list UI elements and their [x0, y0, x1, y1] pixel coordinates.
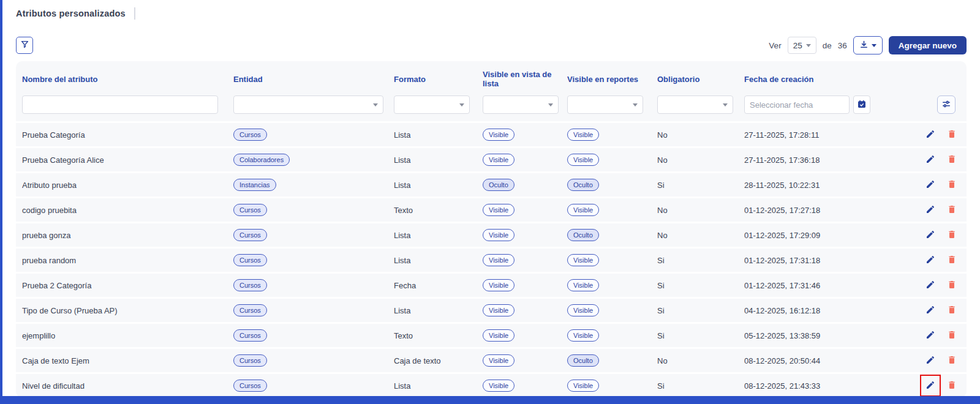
- attribute-name: Tipo de Curso (Prueba AP): [22, 306, 233, 315]
- trash-icon: [947, 355, 957, 367]
- created-date: 01-12-2025, 17:31:46: [744, 281, 914, 290]
- column-header-format[interactable]: Formato: [394, 75, 483, 84]
- edit-button[interactable]: [922, 352, 939, 369]
- created-date: 08-12-2025, 20:50:44: [744, 356, 914, 365]
- table-row: Prueba Categoría Alice Colaboradores Lis…: [16, 146, 967, 171]
- entity-badge: Cursos: [233, 254, 267, 267]
- edit-highlight-box: [920, 124, 941, 146]
- format-value: Lista: [394, 181, 483, 190]
- edit-highlight-box: [920, 299, 941, 321]
- delete-button[interactable]: [943, 176, 960, 193]
- toolbar: Ver 25 de 36 Agregar nuevo: [2, 32, 980, 59]
- date-filter-input[interactable]: [744, 95, 850, 114]
- visible-list-filter-select[interactable]: [483, 95, 559, 114]
- entity-filter-select[interactable]: [233, 95, 383, 114]
- pencil-icon: [925, 255, 935, 266]
- required-value: Si: [657, 281, 744, 290]
- trash-icon: [947, 154, 957, 166]
- pencil-icon: [925, 305, 935, 316]
- download-icon: [859, 40, 869, 51]
- page-title: Atributos personalizados: [16, 9, 126, 18]
- delete-button[interactable]: [943, 201, 960, 219]
- edit-button[interactable]: [922, 226, 939, 244]
- visible-reports-filter-select[interactable]: [567, 95, 643, 114]
- edit-button[interactable]: [922, 176, 939, 193]
- delete-button[interactable]: [943, 327, 960, 344]
- trash-icon: [947, 179, 957, 191]
- edit-button[interactable]: [922, 151, 939, 168]
- delete-button[interactable]: [943, 126, 960, 143]
- visible-list-badge: Visible: [483, 354, 514, 367]
- required-value: Si: [657, 181, 744, 190]
- table-row: ejemplillo Cursos Texto Visible Visible …: [16, 322, 967, 347]
- trash-icon: [947, 255, 957, 266]
- edit-button[interactable]: [922, 201, 939, 219]
- chevron-down-icon: [872, 44, 876, 47]
- filter-button[interactable]: [16, 37, 33, 54]
- created-date: 28-11-2025, 10:22:31: [744, 181, 914, 190]
- format-value: Lista: [394, 130, 483, 140]
- table-row: Nivel de dificultad Cursos Lista Visible…: [16, 372, 967, 397]
- created-date: 27-11-2025, 17:36:18: [744, 155, 914, 165]
- export-button[interactable]: [853, 36, 883, 54]
- attribute-name: Prueba Categoría Alice: [22, 155, 233, 165]
- visible-list-badge: Visible: [483, 204, 514, 217]
- delete-button[interactable]: [943, 226, 960, 244]
- name-filter-input[interactable]: [22, 95, 218, 114]
- format-value: Lista: [394, 306, 483, 315]
- funnel-icon: [20, 40, 29, 51]
- edit-highlight-box: [920, 249, 941, 271]
- column-header-visible-list[interactable]: Visible en vista de lista: [483, 70, 567, 88]
- pencil-icon: [925, 280, 935, 291]
- column-header-created[interactable]: Fecha de creación: [744, 75, 914, 84]
- format-value: Lista: [394, 256, 483, 265]
- trash-icon: [947, 204, 957, 216]
- add-new-button[interactable]: Agregar nuevo: [889, 36, 967, 54]
- entity-badge: Cursos: [233, 329, 267, 342]
- visible-list-badge: Visible: [483, 129, 514, 141]
- column-header-required[interactable]: Obligatorio: [657, 75, 744, 84]
- edit-button[interactable]: [922, 327, 939, 344]
- required-value: No: [657, 356, 744, 365]
- page-size-value: 25: [793, 41, 802, 50]
- edit-button[interactable]: [922, 277, 939, 294]
- delete-button[interactable]: [943, 151, 960, 168]
- pencil-icon: [925, 230, 935, 241]
- chevron-down-icon: [806, 44, 811, 47]
- trash-icon: [947, 330, 957, 342]
- required-value: Si: [657, 256, 744, 265]
- edit-button[interactable]: [922, 252, 939, 269]
- edit-button[interactable]: [922, 126, 939, 143]
- table-header-row: Nombre del atributo Entidad Formato Visi…: [16, 61, 967, 91]
- edit-highlight-box: [920, 199, 941, 221]
- entity-badge: Cursos: [233, 129, 267, 141]
- visible-list-badge: Visible: [483, 329, 514, 342]
- entity-badge: Instancias: [233, 179, 276, 192]
- format-value: Lista: [394, 381, 483, 391]
- table-row: Prueba 2 Categoría Cursos Fecha Visible …: [16, 272, 967, 297]
- column-header-name[interactable]: Nombre del atributo: [22, 75, 233, 84]
- format-filter-select[interactable]: [394, 95, 470, 114]
- required-value: No: [657, 130, 744, 140]
- delete-button[interactable]: [943, 252, 960, 269]
- column-header-visible-reports[interactable]: Visible en reportes: [567, 75, 657, 84]
- page-size-select[interactable]: 25: [788, 37, 816, 54]
- calendar-button[interactable]: [853, 95, 870, 114]
- page-header-bar: Atributos personalizados: [2, 0, 980, 27]
- edit-button[interactable]: [922, 302, 939, 319]
- required-value: No: [657, 155, 744, 165]
- delete-button[interactable]: [943, 352, 960, 369]
- required-filter-select[interactable]: [657, 95, 733, 114]
- table-filter-row: [16, 91, 967, 121]
- column-settings-button[interactable]: [937, 95, 956, 114]
- edit-button[interactable]: [922, 377, 939, 394]
- attribute-name: Nivel de dificultad: [22, 381, 233, 391]
- created-date: 01-12-2025, 17:29:09: [744, 231, 914, 240]
- edit-highlight-box: [920, 224, 941, 246]
- toolbar-right: Ver 25 de 36 Agregar nuevo: [769, 36, 967, 54]
- chevron-down-icon: [548, 103, 553, 107]
- delete-button[interactable]: [943, 302, 960, 319]
- delete-button[interactable]: [943, 377, 960, 394]
- delete-button[interactable]: [943, 277, 960, 294]
- column-header-entity[interactable]: Entidad: [233, 75, 394, 84]
